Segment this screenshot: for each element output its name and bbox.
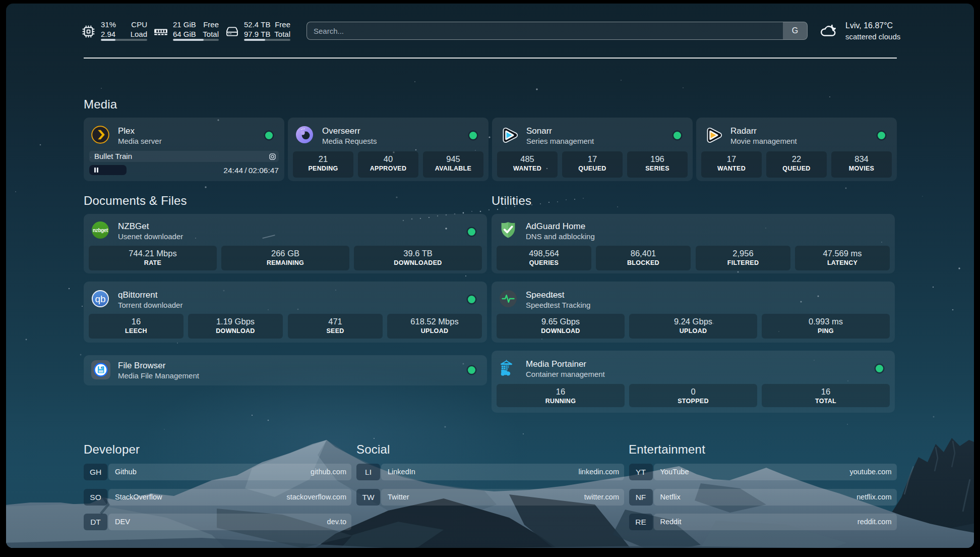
- svg-text:qb: qb: [95, 294, 105, 304]
- svg-text:nzbget: nzbget: [93, 228, 108, 233]
